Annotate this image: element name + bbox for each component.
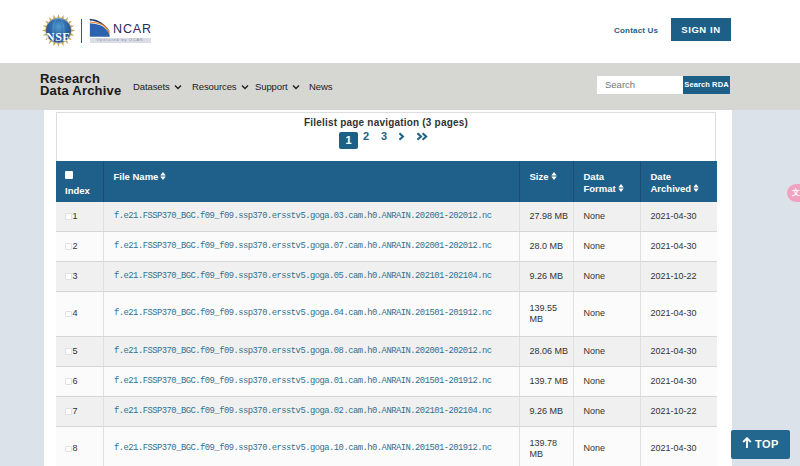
svg-text:NSF: NSF xyxy=(46,30,70,44)
